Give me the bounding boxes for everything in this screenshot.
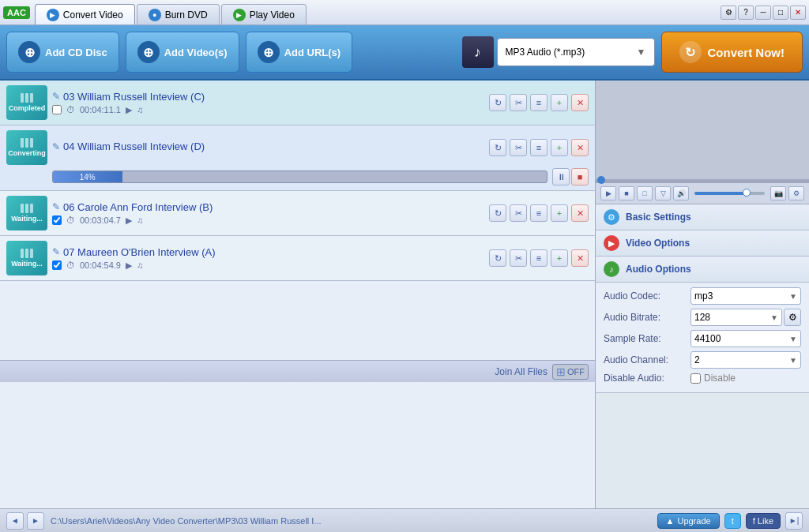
settings-button[interactable]: ⚙ (721, 6, 736, 20)
add-video-button[interactable]: ⊕ Add Video(s) (126, 32, 239, 73)
tab-convert[interactable]: ▶ Convert Video (35, 4, 135, 24)
file-item: Completed ✎ 03 William Russell Inteview … (0, 81, 595, 126)
file-thumbnail: Completed (6, 85, 47, 120)
cut-button[interactable]: ✂ (510, 249, 527, 267)
edit-icon[interactable]: ✎ (52, 246, 60, 257)
toggle-state: OFF (567, 367, 585, 377)
prev-nav-button[interactable]: ◄ (6, 512, 24, 530)
bitrate-gear-button[interactable]: ⚙ (784, 309, 801, 326)
file-info: ✎ 07 Maureen O'Brien Interview (A) ⏱ 00:… (52, 246, 484, 271)
audio-options-icon: ♪ (604, 261, 619, 277)
refresh-button[interactable]: ↻ (489, 94, 506, 111)
settings-list-button[interactable]: ≡ (530, 139, 547, 156)
file-info: ✎ 04 William Russell Inteview (D) (52, 140, 484, 155)
file-checkbox[interactable] (52, 260, 62, 270)
join-toggle[interactable]: ⊞ OFF (552, 364, 589, 380)
samplerate-dropdown-arrow: ▼ (789, 335, 797, 343)
file-checkbox[interactable] (52, 215, 62, 225)
delete-button[interactable]: ✕ (571, 139, 589, 156)
upgrade-button[interactable]: ▲ Upgrade (657, 513, 720, 529)
toggle-grid-icon: ⊞ (556, 365, 566, 378)
settings-preview-button[interactable]: ⚙ (788, 186, 804, 200)
settings-list-button[interactable]: ≡ (530, 94, 547, 111)
format-dropdown[interactable]: MP3 Audio (*.mp3) ▼ (497, 38, 655, 66)
volume-slider[interactable] (694, 192, 765, 195)
screenshot-button[interactable]: 📷 (770, 186, 786, 200)
cut-button[interactable]: ✂ (510, 94, 527, 111)
play-preview-button[interactable]: ▶ (600, 186, 616, 200)
file-duration: 00:04:11.1 (80, 105, 121, 114)
delete-button[interactable]: ✕ (571, 94, 589, 111)
sample-rate-value: 44100 (694, 333, 721, 344)
video-options-section[interactable]: ▶ Video Options (596, 230, 809, 257)
tab-play[interactable]: ▶ Play Video (221, 4, 307, 24)
file-checkbox[interactable] (52, 105, 62, 114)
disable-audio-checkbox[interactable] (690, 373, 701, 384)
audio-options-section[interactable]: ♪ Audio Options (596, 257, 809, 283)
edit-icon[interactable]: ✎ (52, 141, 60, 152)
convert-tab-label: Convert Video (63, 9, 123, 21)
add-output-button[interactable]: + (551, 204, 568, 222)
basic-settings-section[interactable]: ⚙ Basic Settings (596, 204, 809, 230)
sample-rate-select[interactable]: 44100 ▼ (690, 330, 801, 347)
edit-icon[interactable]: ✎ (52, 91, 60, 102)
preview-progress-dot (597, 176, 605, 184)
refresh-button[interactable]: ↻ (489, 249, 506, 267)
snapshot-button[interactable]: □ (637, 186, 653, 200)
file-item: Waiting... ✎ 06 Carole Ann Ford Intervie… (0, 191, 595, 236)
facebook-button[interactable]: f Like (746, 513, 781, 529)
file-name: 07 Maureen O'Brien Interview (A) (63, 246, 216, 258)
main-area: Completed ✎ 03 William Russell Inteview … (0, 81, 809, 508)
tab-burn[interactable]: ● Burn DVD (137, 4, 220, 24)
cut-button[interactable]: ✂ (510, 204, 527, 222)
film-strip-icon (21, 138, 33, 148)
add-output-button[interactable]: + (551, 139, 568, 156)
maximize-button[interactable]: □ (773, 6, 788, 20)
facebook-label: f Like (753, 516, 773, 526)
file-name-row: ✎ 03 William Russell Inteview (C) (52, 91, 484, 103)
video-options-label: Video Options (626, 238, 690, 249)
file-controls: ↻ ✂ ≡ + ✕ (489, 249, 589, 267)
add-video-label: Add Video(s) (164, 47, 228, 58)
close-button[interactable]: ✕ (790, 6, 806, 20)
play-icon: ▶ (126, 105, 132, 115)
right-panel: ▶ ■ □ ▽ 🔊 📷 ⚙ ⚙ Basic Settings ▶ Video O… (596, 81, 809, 508)
refresh-button[interactable]: ↻ (489, 139, 506, 156)
cut-button[interactable]: ✂ (510, 139, 527, 156)
audio-codec-select[interactable]: mp3 ▼ (690, 287, 801, 305)
audio-bitrate-label: Audio Bitrate: (604, 312, 690, 323)
convert-now-button[interactable]: ↻ Convert Now! (661, 32, 803, 73)
help-button[interactable]: ? (738, 6, 754, 20)
edit-icon[interactable]: ✎ (52, 201, 60, 212)
file-duration: 00:04:54.9 (80, 260, 121, 270)
stop-button[interactable]: ■ (571, 168, 589, 185)
more-nav-button[interactable]: ►| (785, 512, 803, 530)
add-cd-button[interactable]: ⊕ Add CD Disc (6, 32, 119, 73)
twitter-button[interactable]: t (724, 513, 741, 529)
minimize-button[interactable]: ─ (755, 6, 771, 20)
pause-button[interactable]: ⏸ (552, 168, 570, 185)
convert-tab-icon: ▶ (47, 9, 59, 21)
add-output-button[interactable]: + (551, 94, 568, 111)
volume-button[interactable]: 🔊 (673, 186, 689, 200)
audio-bitrate-select[interactable]: 128 ▼ (690, 309, 782, 326)
progress-controls: ⏸ ■ (552, 168, 589, 185)
settings-list-button[interactable]: ≡ (530, 204, 547, 222)
next-nav-button[interactable]: ► (27, 512, 44, 530)
delete-button[interactable]: ✕ (571, 249, 589, 267)
add-url-button[interactable]: ⊕ Add URL(s) (246, 32, 353, 73)
join-bar: Join All Files ⊞ OFF (0, 360, 595, 382)
add-output-button[interactable]: + (551, 249, 568, 267)
delete-button[interactable]: ✕ (571, 204, 589, 222)
audio-channel-select[interactable]: 2 ▼ (690, 351, 801, 369)
refresh-button[interactable]: ↻ (489, 204, 506, 222)
sample-rate-label: Sample Rate: (604, 333, 690, 344)
format-label: MP3 Audio (*.mp3) (506, 47, 585, 58)
settings-list-button[interactable]: ≡ (530, 249, 547, 267)
file-controls: ↻ ✂ ≡ + ✕ (489, 94, 589, 111)
audio-icon: ♫ (137, 105, 143, 114)
file-list: Completed ✎ 03 William Russell Inteview … (0, 81, 596, 508)
stop-preview-button[interactable]: ■ (619, 186, 634, 200)
play-icon: ▶ (126, 260, 132, 271)
basic-settings-icon: ⚙ (604, 209, 619, 225)
